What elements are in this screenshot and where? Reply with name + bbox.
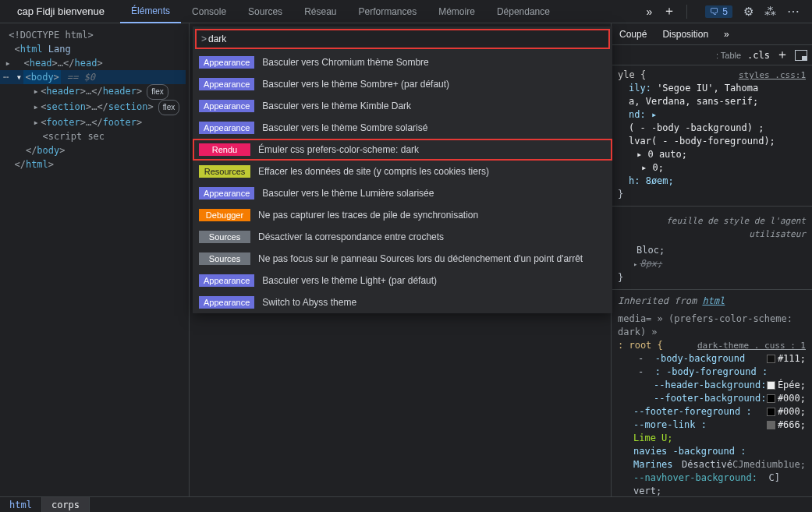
- tab-layout[interactable]: Disposition: [662, 29, 708, 40]
- command-item[interactable]: AppearanceBasculer vers le thème Light+ …: [193, 270, 612, 291]
- tab-styles[interactable]: Coupé: [619, 29, 647, 40]
- doctype: <!DOCTYPE html>: [9, 30, 93, 41]
- tab-elements[interactable]: Éléments: [120, 0, 181, 23]
- command-item[interactable]: RenduÉmuler css prefers-color-scheme: da…: [193, 139, 612, 161]
- rule-source-link[interactable]: dark-theme . cuss : 1: [697, 339, 806, 352]
- tab-application[interactable]: Dépendance: [486, 0, 561, 23]
- command-label: Switch to Abyss theme: [262, 297, 356, 308]
- command-label: Basculer vers le thème Kimble Dark: [262, 101, 411, 111]
- command-label: Basculer vers Chromium thème Sombre: [262, 57, 428, 68]
- more-tabs-icon[interactable]: »: [724, 29, 729, 40]
- command-item[interactable]: SourcesNe pas focus sur le panneau Sourc…: [193, 248, 612, 270]
- add-tab-icon[interactable]: ＋: [663, 3, 675, 19]
- issues-count: 5: [722, 6, 728, 17]
- command-label: Basculer vers le thème Sombre+ (par défa…: [262, 79, 449, 90]
- computed-toggle-icon[interactable]: [795, 50, 807, 61]
- command-label: Basculer vers le thème Lumière solarisée: [262, 188, 434, 199]
- hover-toggle[interactable]: : Table: [716, 51, 741, 60]
- command-item[interactable]: ResourcesEffacer les données de site (y …: [193, 161, 612, 182]
- rule-selector: yle {: [618, 69, 646, 80]
- tab-strip: cap Fidji bienvenue Éléments Console Sou…: [0, 0, 812, 23]
- customize-icon[interactable]: ⁂: [764, 5, 776, 19]
- elements-tree[interactable]: <!DOCTYPE html> <html Lang ▸ <head>…</he…: [0, 23, 190, 496]
- issues-badge[interactable]: 🗨 5: [705, 5, 732, 18]
- command-category-badge: Rendu: [199, 143, 250, 156]
- command-label: Émuler css prefers-color-scheme: dark: [258, 144, 419, 155]
- command-label: Désactiver la correspondance entre croch…: [258, 231, 444, 242]
- command-list: AppearanceBasculer vers Chromium thème S…: [193, 51, 612, 313]
- command-category-badge: Sources: [199, 252, 250, 265]
- command-item[interactable]: AppearanceBasculer vers le thème Sombre …: [193, 117, 612, 139]
- command-category-badge: Appearance: [199, 56, 254, 69]
- command-category-badge: Appearance: [199, 122, 254, 134]
- crumb-html[interactable]: html: [0, 497, 42, 512]
- ua-stylesheet-label: feuille de style de l'agent utilisateur: [618, 211, 806, 244]
- inherited-link[interactable]: html: [702, 295, 725, 306]
- command-category-badge: Appearance: [199, 100, 254, 112]
- command-category-badge: Resources: [199, 165, 250, 178]
- command-label: Ne pas focus sur le panneau Sources lors…: [258, 253, 583, 264]
- command-item[interactable]: AppearanceBasculer vers Chromium thème S…: [193, 51, 612, 73]
- crumb-body[interactable]: corps: [42, 497, 90, 512]
- eq0: == $0: [67, 72, 95, 83]
- command-item[interactable]: AppearanceBasculer vers le thème Kimble …: [193, 95, 612, 117]
- styles-panel: Coupé Disposition » : Table .cls ＋ yle {…: [611, 23, 812, 496]
- cls-toggle[interactable]: .cls: [747, 50, 770, 61]
- command-label: Effacer les données de site (y compris l…: [258, 166, 489, 177]
- command-category-badge: Sources: [199, 231, 250, 243]
- gear-icon[interactable]: ⚙: [743, 5, 753, 19]
- command-item[interactable]: AppearanceSwitch to Abyss theme: [193, 291, 612, 313]
- chat-icon: 🗨: [710, 6, 719, 17]
- tab-performance[interactable]: Performances: [348, 0, 428, 23]
- tab-console[interactable]: Console: [181, 0, 237, 23]
- inherited-from: Inherited from html: [618, 295, 806, 308]
- breadcrumb: html corps: [0, 496, 812, 512]
- chevron-right-icon: >: [201, 34, 207, 44]
- tab-sources[interactable]: Sources: [237, 0, 293, 23]
- flex-badge[interactable]: flex: [147, 84, 168, 100]
- command-category-badge: Appearance: [199, 187, 254, 200]
- kebab-icon[interactable]: ⋯: [787, 4, 801, 19]
- page-title: cap Fidji bienvenue: [6, 0, 120, 23]
- command-menu: > AppearanceBasculer vers Chromium thème…: [193, 26, 612, 313]
- command-category-badge: Appearance: [199, 274, 254, 287]
- command-category-badge: Appearance: [199, 78, 254, 90]
- tab-memory[interactable]: Mémoire: [427, 0, 486, 23]
- command-category-badge: Debugger: [199, 209, 250, 221]
- command-input[interactable]: [208, 34, 604, 44]
- command-item[interactable]: AppearanceBasculer vers le thème Lumière…: [193, 182, 612, 204]
- command-label: Basculer vers le thème Sombre solarisé: [262, 122, 427, 133]
- command-category-badge: Appearance: [199, 296, 254, 309]
- command-item[interactable]: SourcesDésactiver la correspondance entr…: [193, 226, 612, 248]
- tab-network[interactable]: Réseau: [293, 0, 347, 23]
- command-item[interactable]: DebuggerNe pas capturer les traces de pi…: [193, 204, 612, 226]
- new-rule-icon[interactable]: ＋: [776, 47, 789, 63]
- rule-source-link[interactable]: styles .css:1: [739, 69, 806, 82]
- media-query: media= » (prefers-color-scheme: dark) »: [618, 312, 806, 339]
- command-label: Basculer vers le thème Light+ (par défau…: [262, 275, 437, 286]
- command-label: Ne pas capturer les traces de pile de sy…: [258, 210, 478, 221]
- more-tabs-icon[interactable]: »: [647, 5, 653, 18]
- command-item[interactable]: AppearanceBasculer vers le thème Sombre+…: [193, 73, 612, 95]
- root-selector: : root {: [618, 340, 663, 351]
- command-input-wrap[interactable]: >: [195, 29, 610, 49]
- flex-badge[interactable]: flex: [158, 100, 180, 115]
